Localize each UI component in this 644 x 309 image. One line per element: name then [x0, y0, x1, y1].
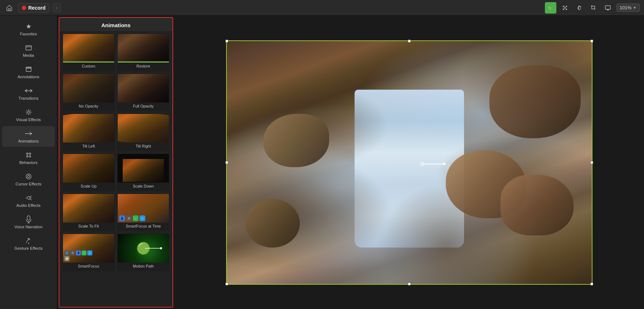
sidebar-item-voice-narration[interactable]: Voice Narration: [2, 212, 55, 233]
sidebar-transitions-label: Transitions: [19, 96, 39, 100]
svg-rect-29: [27, 216, 30, 220]
sidebar-item-animations[interactable]: Animations: [2, 126, 55, 147]
handle-bottom-middle[interactable]: [408, 283, 411, 285]
svg-point-16: [28, 111, 30, 113]
anim-thumb-scale-up: [63, 154, 114, 183]
sidebar-gesture-effects-label: Gesture Effects: [14, 246, 43, 250]
canvas-image: [227, 41, 592, 284]
anim-item-scale-up[interactable]: Scale Up: [62, 153, 115, 191]
anim-label-tilt-left: Tilt Left: [81, 143, 97, 150]
sidebar-item-media[interactable]: Media: [2, 40, 55, 61]
annotations-icon: [25, 65, 33, 73]
anim-item-no-opacity[interactable]: No Opacity: [62, 73, 115, 111]
sidebar-item-favorites[interactable]: ★ Favorites: [2, 19, 55, 40]
svg-point-27: [28, 175, 30, 178]
anim-item-tilt-right[interactable]: Tilt Right: [117, 113, 170, 151]
svg-point-20: [26, 156, 28, 157]
anim-label-full-opacity: Full Opacity: [131, 103, 155, 110]
sidebar-media-label: Media: [23, 53, 34, 58]
anim-item-custom[interactable]: Custom: [62, 33, 115, 71]
anim-item-smartfocus-at-time[interactable]: 📱 ⚙ ✓ S SmartFocus at Time: [117, 193, 170, 231]
handle-middle-left[interactable]: [225, 161, 228, 164]
canvas-area: [175, 16, 644, 309]
sidebar-animations-label: Animations: [18, 139, 39, 143]
sidebar-item-cursor-effects[interactable]: Cursor Effects: [2, 169, 55, 190]
select-tool[interactable]: [545, 2, 556, 14]
star-icon: ★: [25, 23, 33, 30]
animations-grid: Custom Restore No Opacity: [59, 31, 172, 275]
anim-label-motion-path: Motion Path: [131, 263, 155, 270]
svg-point-28: [27, 196, 30, 199]
anim-thumb-tilt-right: [118, 114, 169, 143]
svg-point-5: [566, 9, 567, 10]
topbar: Record ›: [0, 0, 644, 16]
transitions-icon: [25, 87, 33, 95]
handle-middle-right[interactable]: [590, 161, 593, 164]
anim-item-full-opacity[interactable]: Full Opacity: [117, 73, 170, 111]
sidebar-item-behaviors[interactable]: Behaviors: [2, 148, 55, 168]
anim-label-scale-up: Scale Up: [79, 183, 98, 190]
animations-panel-title: Animations: [59, 18, 172, 31]
hand-tool[interactable]: [574, 2, 585, 14]
anim-thumb-no-opacity: [63, 74, 114, 103]
multiselect-tool[interactable]: [559, 2, 571, 14]
anim-label-no-opacity: No Opacity: [77, 103, 99, 110]
handle-bottom-right[interactable]: [590, 283, 593, 285]
screen-tool[interactable]: [602, 2, 614, 14]
anim-thumb-restore: [118, 34, 169, 63]
zoom-level: 101%: [620, 5, 631, 10]
svg-rect-14: [26, 67, 31, 68]
anim-item-tilt-left[interactable]: Tilt Left: [62, 113, 115, 151]
sidebar-item-visual-effects[interactable]: Visual Effects: [2, 105, 55, 125]
anim-label-scale-to-fit: Scale To Fit: [77, 223, 100, 230]
anim-item-smartfocus[interactable]: 🌐 ⚙ 📱 C S 📁 SmartFocus: [62, 233, 115, 271]
anim-thumb-scale-down: [118, 154, 169, 183]
media-icon: [25, 44, 33, 52]
microphone-icon: [25, 215, 33, 223]
svg-point-32: [28, 243, 29, 244]
anim-label-tilt-right: Tilt Right: [134, 143, 152, 150]
svg-point-21: [29, 156, 31, 157]
record-button[interactable]: Record: [18, 3, 49, 13]
expand-button[interactable]: ›: [53, 3, 61, 13]
sidebar-behaviors-label: Behaviors: [19, 160, 38, 165]
sidebar-audio-effects-label: Audio Effects: [16, 203, 41, 208]
anim-item-motion-path[interactable]: 🟢 Motion Path: [117, 233, 170, 271]
anim-thumb-full-opacity: [118, 74, 169, 103]
handle-bottom-left[interactable]: [225, 283, 228, 285]
sidebar-favorites-label: Favorites: [20, 32, 37, 36]
crop-tool[interactable]: [588, 2, 599, 14]
main-area: ★ Favorites Media Annotations: [0, 16, 644, 309]
svg-point-19: [29, 153, 31, 154]
svg-marker-1: [548, 5, 553, 11]
sidebar-item-audio-effects[interactable]: Audio Effects: [2, 190, 55, 211]
zoom-control[interactable]: 101% ▼: [616, 4, 640, 12]
record-label: Record: [28, 5, 45, 11]
toolbar-tools: 101% ▼: [545, 2, 640, 14]
handle-top-left[interactable]: [225, 40, 228, 43]
anim-thumb-tilt-left: [63, 114, 114, 143]
sidebar-cursor-effects-label: Cursor Effects: [15, 182, 42, 186]
anim-label-restore: Restore: [135, 63, 152, 70]
handle-top-right[interactable]: [590, 40, 593, 43]
anim-item-scale-to-fit[interactable]: Scale To Fit: [62, 193, 115, 231]
sidebar-visual-effects-label: Visual Effects: [16, 118, 41, 122]
record-dot: [22, 6, 26, 10]
anim-item-restore[interactable]: Restore: [117, 33, 170, 71]
anim-item-scale-down[interactable]: Scale Down: [117, 153, 170, 191]
anim-label-custom: Custom: [80, 63, 97, 70]
handle-top-middle[interactable]: [408, 40, 411, 43]
sidebar-item-transitions[interactable]: Transitions: [2, 83, 55, 104]
sidebar-item-annotations[interactable]: Annotations: [2, 62, 55, 83]
gesture-icon: [25, 237, 33, 245]
anim-label-scale-down: Scale Down: [131, 183, 155, 190]
sidebar-voice-narration-label: Voice Narration: [14, 225, 43, 229]
home-button[interactable]: [4, 3, 14, 13]
svg-point-3: [566, 6, 567, 7]
canvas-frame: [226, 40, 592, 285]
anim-thumb-motion-path: 🟢: [118, 234, 169, 263]
sidebar-item-gesture-effects[interactable]: Gesture Effects: [2, 233, 55, 254]
animations-panel: Animations Custom Restore: [59, 17, 173, 308]
svg-point-2: [563, 6, 564, 7]
sidebar: ★ Favorites Media Annotations: [0, 16, 57, 309]
